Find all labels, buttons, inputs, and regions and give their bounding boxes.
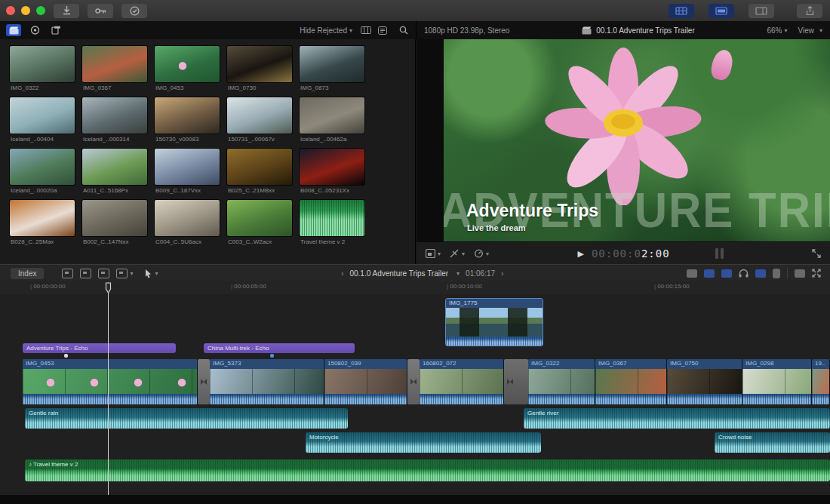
playhead-handle[interactable] bbox=[105, 282, 112, 293]
timeline-audio-clip[interactable]: Gentle river bbox=[524, 408, 830, 429]
clip-thumbnail[interactable] bbox=[226, 45, 293, 83]
share-button[interactable] bbox=[797, 4, 822, 18]
viewer-view-popup[interactable]: View bbox=[798, 26, 814, 35]
trim-icon[interactable] bbox=[687, 269, 697, 278]
resize-timeline-icon[interactable] bbox=[812, 269, 821, 278]
clip-thumbnail[interactable] bbox=[9, 97, 75, 134]
select-tool-popup[interactable]: ▾ bbox=[145, 269, 158, 278]
connected-clip[interactable]: IMG_1775 bbox=[445, 298, 543, 346]
browser-clip[interactable]: 150731_..00067v bbox=[226, 97, 293, 146]
timeline-pane-toggle-button[interactable] bbox=[709, 4, 734, 18]
browser-clip[interactable]: IMG_0367 bbox=[81, 45, 148, 94]
next-project-button[interactable]: › bbox=[501, 269, 503, 278]
timeline-audio-clip[interactable]: Crowd noise bbox=[715, 432, 830, 453]
timeline-video-clip[interactable]: IMG_0298 bbox=[742, 359, 812, 404]
viewer-video-frame[interactable]: ADVENTURE TRIPS Adventure Trips Live the… bbox=[444, 39, 830, 241]
list-view-button[interactable] bbox=[375, 24, 390, 36]
browser-clip[interactable]: IMG_0322 bbox=[9, 45, 75, 94]
solo-headphones-icon[interactable] bbox=[739, 269, 749, 278]
browser-clip[interactable]: C004_C..5U6acx bbox=[154, 199, 220, 248]
previous-project-button[interactable]: ‹ bbox=[341, 269, 343, 278]
clip-thumbnail[interactable] bbox=[9, 199, 75, 237]
clip-thumbnail[interactable] bbox=[154, 97, 220, 134]
browser-clip[interactable]: B028_C..25Max bbox=[9, 199, 75, 248]
fullscreen-icon[interactable] bbox=[812, 249, 821, 258]
connect-edit-button[interactable] bbox=[62, 269, 73, 278]
retime-popup[interactable]: ▾ bbox=[474, 249, 489, 258]
timeline-title-clip[interactable]: Adventure Trips - Echo bbox=[23, 343, 176, 353]
clip-thumbnail[interactable] bbox=[299, 97, 365, 134]
index-button[interactable]: Index bbox=[11, 268, 44, 279]
audio-meters[interactable] bbox=[715, 248, 724, 259]
effects-browser-icon[interactable] bbox=[773, 269, 780, 278]
clip-thumbnail[interactable] bbox=[226, 199, 293, 237]
browser-clip[interactable]: C003_C..W2acx bbox=[226, 199, 293, 248]
browser-pane-toggle-button[interactable] bbox=[669, 4, 694, 18]
clip-thumbnail[interactable] bbox=[299, 199, 365, 237]
view-options-popup[interactable]: ▾ bbox=[426, 249, 441, 258]
browser-clip[interactable]: B002_C..147Nxx bbox=[81, 199, 148, 248]
browser-clip[interactable]: IMG_0873 bbox=[299, 45, 365, 94]
clip-thumbnail[interactable] bbox=[81, 45, 148, 83]
clip-thumbnail[interactable] bbox=[9, 45, 75, 83]
timeline-ruler[interactable]: 00:00:00:0000:00:05:0000:00:10:0000:00:1… bbox=[0, 281, 830, 295]
minimize-button[interactable] bbox=[21, 6, 30, 15]
timeline-video-clip[interactable]: 150802_039 bbox=[324, 359, 407, 404]
timeline-video-clip[interactable]: IMG_0367 bbox=[595, 359, 667, 404]
inspector-pane-toggle-button[interactable] bbox=[749, 4, 774, 18]
background-tasks-button[interactable] bbox=[121, 4, 147, 18]
clip-thumbnail[interactable] bbox=[9, 148, 75, 186]
timeline-video-clip[interactable]: IMG_0453 bbox=[23, 359, 198, 404]
clip-thumbnail[interactable] bbox=[154, 199, 220, 237]
import-button[interactable] bbox=[54, 4, 79, 18]
libraries-button[interactable] bbox=[6, 24, 21, 36]
browser-clip[interactable]: B009_C..187Vxx bbox=[154, 148, 220, 197]
browser-clip[interactable]: Iceland_..00020a bbox=[9, 148, 75, 197]
insert-edit-button[interactable] bbox=[80, 269, 91, 278]
gray-transition-clip[interactable] bbox=[504, 359, 528, 404]
timeline-title-clip[interactable]: China Multi-trek - Echo bbox=[204, 343, 355, 353]
zoom-button[interactable] bbox=[36, 6, 45, 15]
append-edit-button[interactable] bbox=[98, 269, 109, 278]
timeline-audio-clip[interactable]: Gentle rain bbox=[25, 408, 348, 429]
transition-clip[interactable] bbox=[198, 359, 210, 404]
browser-clip[interactable]: 150730_v00083 bbox=[154, 97, 220, 146]
snapping-icon[interactable] bbox=[755, 269, 766, 278]
browser-clip[interactable]: Travel theme v 2 bbox=[299, 199, 365, 248]
skimming-icon[interactable] bbox=[704, 269, 715, 278]
transition-clip[interactable] bbox=[407, 359, 420, 404]
timeline-video-clip[interactable]: 19.. bbox=[812, 359, 830, 404]
timeline-video-clip[interactable]: IMG_5373 bbox=[210, 359, 324, 404]
clip-thumbnail[interactable] bbox=[81, 148, 148, 186]
browser-clip[interactable]: IMG_0730 bbox=[226, 45, 293, 94]
timeline-music-clip[interactable]: ♪ Travel theme v 2 bbox=[25, 459, 830, 481]
clip-thumbnail[interactable] bbox=[299, 148, 365, 186]
clip-thumbnail[interactable] bbox=[154, 45, 220, 83]
timeline-video-clip[interactable]: 160802_072 bbox=[420, 359, 504, 404]
photos-audio-button[interactable] bbox=[27, 24, 42, 36]
viewer-project-title[interactable]: 00.1.0 Adventure Trips Trailer bbox=[596, 26, 695, 35]
clip-filter-popup[interactable]: Hide Rejected bbox=[300, 26, 347, 35]
playhead[interactable] bbox=[108, 282, 109, 495]
overwrite-edit-button[interactable] bbox=[116, 269, 128, 278]
browser-clip[interactable]: Iceland_..00404 bbox=[9, 97, 75, 146]
clip-appearance-button[interactable] bbox=[358, 24, 374, 36]
clip-marker[interactable] bbox=[270, 354, 274, 358]
browser-clip[interactable]: B025_C..21MBxx bbox=[226, 148, 293, 197]
timeline-video-clip[interactable]: IMG_0750 bbox=[667, 359, 742, 404]
timeline-project-title[interactable]: 00.1.0 Adventure Trips Trailer bbox=[349, 269, 448, 278]
clip-thumbnail[interactable] bbox=[81, 199, 148, 237]
search-button[interactable] bbox=[396, 24, 411, 36]
timeline-audio-clip[interactable]: Motorcycle bbox=[306, 432, 541, 453]
audio-skimming-icon[interactable] bbox=[721, 269, 732, 278]
clip-marker[interactable] bbox=[64, 354, 68, 358]
browser-clip[interactable]: Iceland_..000314 bbox=[81, 97, 148, 146]
close-button[interactable] bbox=[6, 6, 15, 15]
keyword-editor-button[interactable] bbox=[88, 4, 113, 18]
titles-generators-button[interactable] bbox=[48, 24, 63, 36]
clip-thumbnail[interactable] bbox=[154, 148, 220, 186]
clip-thumbnail[interactable] bbox=[226, 148, 293, 186]
clip-thumbnail[interactable] bbox=[81, 97, 148, 134]
browser-clip[interactable]: A011_C..5168Px bbox=[81, 148, 148, 197]
clip-thumbnail[interactable] bbox=[226, 97, 293, 134]
